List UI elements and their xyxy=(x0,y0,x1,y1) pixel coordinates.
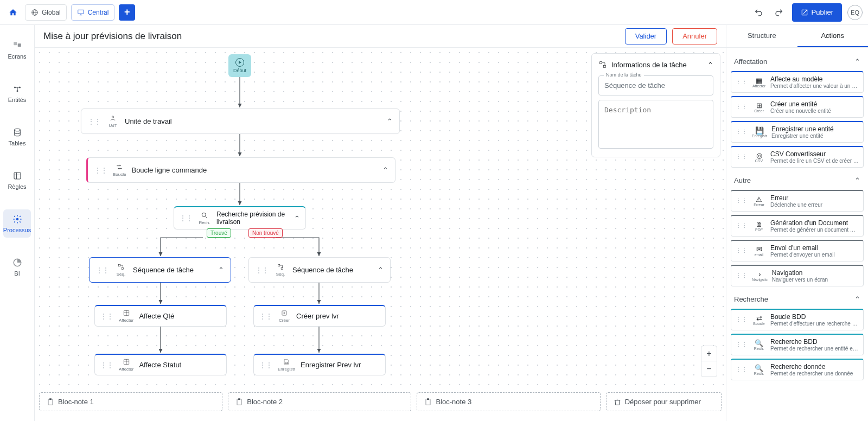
tab-structure[interactable]: Structure xyxy=(726,25,797,47)
node-unite-de-travail[interactable]: ⋮⋮ UdT Unité de travail ⌃ xyxy=(81,109,400,134)
drag-handle-icon[interactable]: ⋮⋮ xyxy=(180,214,193,222)
action-recherche-bdd[interactable]: ⋮⋮ 🔍Rech. Recherche BDDPermet de recherc… xyxy=(731,334,864,355)
drop-to-delete[interactable]: Déposer pour supprimer xyxy=(606,392,722,411)
udt-icon xyxy=(108,114,118,122)
drag-handle-icon: ⋮⋮ xyxy=(736,272,748,279)
group-autre-header[interactable]: Autre ⌃ xyxy=(731,171,864,190)
drag-handle-icon: ⋮⋮ xyxy=(736,316,748,323)
start-node[interactable]: Début xyxy=(228,54,251,77)
redo-button[interactable] xyxy=(771,5,787,20)
loop-icon: ⇄ xyxy=(756,314,762,322)
action-csv-convertisseur[interactable]: ⋮⋮ ◎CSV CSV ConvertisseurPermet de lire … xyxy=(731,146,864,168)
info-panel-title: Informations de la tâche xyxy=(611,61,687,69)
sidebar-item-ecrans[interactable]: Ecrans xyxy=(0,36,34,64)
svg-rect-29 xyxy=(603,65,605,67)
drag-handle-icon[interactable]: ⋮⋮ xyxy=(96,266,109,274)
svg-rect-30 xyxy=(48,399,53,405)
sidebar-item-processus[interactable]: Processus xyxy=(3,209,31,238)
undo-button[interactable] xyxy=(751,5,766,20)
rules-icon xyxy=(12,170,23,181)
zoom-out-button[interactable]: − xyxy=(701,361,717,377)
node-affecte-qte[interactable]: ⋮⋮ Affecter Affecte Qté xyxy=(94,305,227,327)
action-recherche-donnee[interactable]: ⋮⋮ 🔍Rech. Recherche donnéePermet de rech… xyxy=(731,359,864,380)
flow-canvas[interactable]: Début ⋮⋮ UdT Unité de travail ⌃ ⋮⋮ Boucl… xyxy=(35,48,726,386)
tab-actions[interactable]: Actions xyxy=(797,25,869,47)
svg-rect-27 xyxy=(285,362,288,364)
node-enregistrer-prev[interactable]: ⋮⋮ Enregistr Enregistrer Prev lvr xyxy=(253,354,386,375)
create-icon xyxy=(279,309,289,317)
scope-global-chip[interactable]: Global xyxy=(25,4,67,21)
page-header: Mise à jour prévisions de livraison Vali… xyxy=(35,25,726,48)
node-recherche-prevision[interactable]: ⋮⋮ Rech. Recherche prévision de livraiso… xyxy=(174,206,306,229)
bloc-note-3[interactable]: Bloc-note 3 xyxy=(417,392,600,411)
group-recherche-header[interactable]: Recherche ⌃ xyxy=(731,290,864,309)
right-panel: Structure Actions Affectation ⌃ ⋮⋮ ▦Affe… xyxy=(726,25,868,421)
node-sequence-left[interactable]: ⋮⋮ Séq. Séquence de tâche ⌃ xyxy=(89,257,231,283)
action-boucle-bdd[interactable]: ⋮⋮ ⇄Boucle Boucle BDDPermet d'effectuer … xyxy=(731,309,864,330)
validate-button[interactable]: Valider xyxy=(625,28,667,44)
drag-handle-icon[interactable]: ⋮⋮ xyxy=(256,266,269,274)
chevron-up-icon[interactable]: ⌃ xyxy=(387,117,393,125)
drag-handle-icon[interactable]: ⋮⋮ xyxy=(259,312,272,320)
action-affecte-modele[interactable]: ⋮⋮ ▦Affecter Affecte au modèlePermet d'a… xyxy=(731,71,864,93)
chevron-up-icon[interactable]: ⌃ xyxy=(218,266,224,274)
node-creer-prev[interactable]: ⋮⋮ Créer Créer prev lvr xyxy=(253,305,386,327)
bloc-note-1[interactable]: Bloc-note 1 xyxy=(39,392,222,411)
svg-rect-4 xyxy=(17,43,21,47)
action-enregistrer-entite[interactable]: ⋮⋮ 💾Enregistr Enregistrer une entitéEnre… xyxy=(731,121,864,143)
bloc-note-2[interactable]: Bloc-note 2 xyxy=(228,392,411,411)
name-label: Nom de la tâche xyxy=(604,72,644,78)
clipboard-icon xyxy=(235,398,244,406)
home-icon xyxy=(9,8,17,17)
svg-rect-3 xyxy=(14,42,17,45)
chevron-up-icon: ⌃ xyxy=(854,295,860,303)
svg-rect-28 xyxy=(600,62,602,64)
action-erreur[interactable]: ⋮⋮ ⚠Erreur ErreurDéclenche une erreur xyxy=(731,190,864,212)
sidebar-item-entites[interactable]: Entités xyxy=(0,79,34,107)
svg-rect-20 xyxy=(118,264,120,266)
chevron-up-icon[interactable]: ⌃ xyxy=(707,61,713,69)
cancel-button[interactable]: Annuler xyxy=(672,28,717,44)
svg-point-10 xyxy=(16,218,18,221)
action-envoi-email[interactable]: ⋮⋮ ✉email Envoi d'un emailPermet d'envoy… xyxy=(731,240,864,261)
node-boucle-ligne-commande[interactable]: ⋮⋮ Boucle Boucle ligne commande ⌃ xyxy=(86,157,395,183)
svg-rect-21 xyxy=(122,267,124,270)
chevron-up-icon[interactable]: ⌃ xyxy=(378,266,384,274)
node-sequence-right[interactable]: ⋮⋮ Séq. Séquence de tâche ⌃ xyxy=(248,257,391,283)
search-icon xyxy=(200,212,209,219)
sequence-icon xyxy=(276,263,285,271)
publish-icon xyxy=(801,9,808,16)
csv-icon: ◎ xyxy=(756,151,762,159)
user-avatar[interactable]: EQ xyxy=(847,5,863,20)
sidebar-item-tables[interactable]: Tables xyxy=(0,123,34,151)
group-affectation-header[interactable]: Affectation ⌃ xyxy=(731,52,864,71)
action-creer-entite[interactable]: ⋮⋮ ⊞Créer Créer une entitéCréer une nouv… xyxy=(731,96,864,118)
task-name-input[interactable] xyxy=(598,75,713,95)
action-generation-document[interactable]: ⋮⋮ 🗎PDF Génération d'un DocumentPermet d… xyxy=(731,215,864,237)
drag-handle-icon[interactable]: ⋮⋮ xyxy=(100,361,113,369)
home-button[interactable] xyxy=(5,5,21,20)
save-icon xyxy=(282,358,291,366)
sidebar-item-regles[interactable]: Règles xyxy=(0,166,34,194)
search-icon: 🔍 xyxy=(755,339,763,347)
zoom-in-button[interactable]: + xyxy=(701,346,717,361)
add-scope-button[interactable]: + xyxy=(119,4,135,21)
action-navigation[interactable]: ⋮⋮ ›Navigatic NavigationNaviguer vers un… xyxy=(731,265,864,286)
node-affecte-statut[interactable]: ⋮⋮ Affecter Affecte Statut xyxy=(94,354,227,375)
drag-handle-icon[interactable]: ⋮⋮ xyxy=(94,167,107,174)
scope-central-chip[interactable]: Central xyxy=(71,4,115,21)
assign-icon xyxy=(122,358,131,366)
sidebar-item-bi[interactable]: BI xyxy=(0,253,34,281)
drag-handle-icon: ⋮⋮ xyxy=(736,79,748,86)
page-title: Mise à jour prévisions de livraison xyxy=(43,31,182,42)
clipboard-icon xyxy=(46,398,55,406)
chevron-up-icon[interactable]: ⌃ xyxy=(294,214,300,222)
drag-handle-icon[interactable]: ⋮⋮ xyxy=(259,361,272,369)
task-description-input[interactable] xyxy=(598,100,713,149)
assign-icon: ▦ xyxy=(756,76,762,84)
badge-non-trouve: Non trouvé xyxy=(248,228,283,238)
chevron-up-icon[interactable]: ⌃ xyxy=(382,166,388,174)
drag-handle-icon[interactable]: ⋮⋮ xyxy=(88,118,101,125)
drag-handle-icon[interactable]: ⋮⋮ xyxy=(100,312,113,320)
publish-button[interactable]: Publier xyxy=(792,3,842,22)
